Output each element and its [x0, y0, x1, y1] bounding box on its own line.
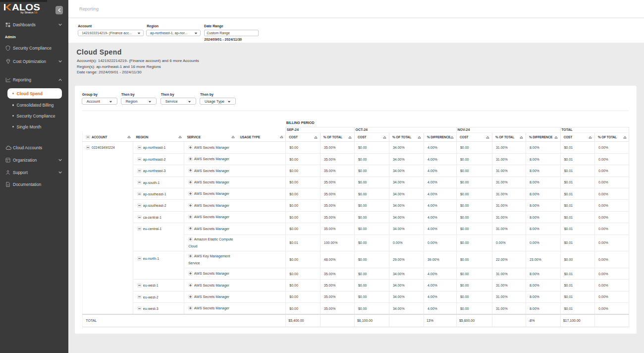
- svg-text:by Stratus: by Stratus: [21, 10, 34, 14]
- svg-text:10: 10: [34, 10, 38, 14]
